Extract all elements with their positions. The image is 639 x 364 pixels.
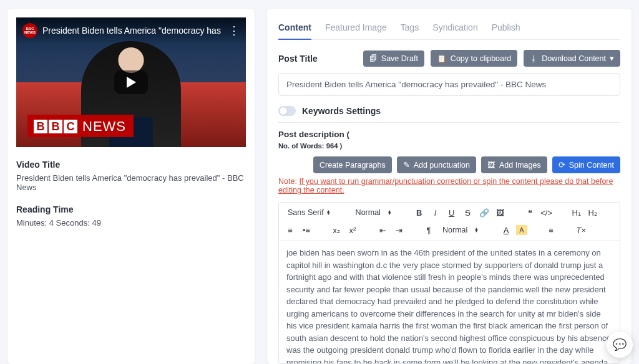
subscript-button[interactable]: x₂: [330, 224, 343, 236]
editor-toolbar: Sans Serif▲▼ Normal▲▼ B I U S 🔗 🖼 ❝ </> …: [279, 203, 620, 241]
bbc-news-logo: BBC NEWS: [27, 115, 134, 137]
video-kebab-icon[interactable]: ⋮: [228, 25, 240, 36]
video-overlay-title: President Biden tells America "democracy…: [42, 26, 223, 36]
keywords-toggle[interactable]: [278, 106, 296, 116]
video-player[interactable]: BBCNEWS President Biden tells America "d…: [16, 17, 246, 147]
post-title-input[interactable]: [278, 73, 620, 96]
add-images-button[interactable]: 🖼Add Images: [481, 156, 547, 173]
bold-button[interactable]: B: [413, 206, 426, 219]
size-select[interactable]: Normal▲▼: [352, 207, 396, 218]
copy-icon: 📋: [437, 54, 447, 63]
save-icon: 🗐: [369, 54, 378, 63]
download-content-button[interactable]: ⭳ Download Content ▾: [524, 50, 620, 67]
video-title-text: President Biden tells America "democracy…: [16, 173, 246, 192]
reading-time-text: Minutes: 4 Seconds: 49: [16, 218, 246, 228]
clear-format-button[interactable]: T×: [575, 224, 587, 236]
h1-button[interactable]: H₁: [570, 206, 583, 219]
lineheight-select[interactable]: Normal▲▼: [439, 224, 482, 236]
image-icon: 🖼: [487, 161, 495, 170]
tab-content[interactable]: Content: [278, 17, 311, 40]
tabs: Content Featured Image Tags Syndication …: [278, 17, 620, 40]
link-button[interactable]: 🔗: [478, 206, 490, 219]
video-title-label: Video Title: [16, 160, 246, 170]
editor-content[interactable]: joe biden has been sworn in as the 46th …: [279, 241, 620, 363]
post-description-label: Post description ( No. of Words: 964 ): [278, 129, 349, 151]
direction-button[interactable]: ¶: [422, 224, 435, 236]
right-panel: Content Featured Image Tags Syndication …: [267, 9, 632, 364]
chat-icon: 💬: [613, 338, 627, 352]
tab-tags[interactable]: Tags: [401, 17, 419, 39]
ordered-list-button[interactable]: ≡: [284, 224, 296, 236]
download-icon: ⭳: [530, 54, 538, 63]
font-select[interactable]: Sans Serif▲▼: [284, 207, 334, 218]
indent-button[interactable]: ⇥: [393, 224, 405, 236]
divider: [278, 122, 620, 123]
insert-image-button[interactable]: 🖼: [494, 206, 507, 219]
post-title-label: Post Title: [278, 54, 357, 64]
h2-button[interactable]: H₂: [587, 206, 599, 219]
refresh-icon: ⟳: [559, 160, 565, 170]
tab-featured-image[interactable]: Featured Image: [325, 17, 387, 39]
reading-time-label: Reading Time: [16, 204, 246, 214]
underline-button[interactable]: U: [446, 206, 458, 219]
rich-text-editor: Sans Serif▲▼ Normal▲▼ B I U S 🔗 🖼 ❝ </> …: [278, 202, 620, 364]
chat-widget-button[interactable]: 💬: [607, 332, 633, 358]
quote-button[interactable]: ❝: [524, 206, 537, 219]
video-top-bar: BBCNEWS President Biden tells America "d…: [16, 17, 246, 44]
channel-avatar-icon: BBCNEWS: [22, 23, 37, 38]
keywords-settings-label: Keywords Settings: [302, 106, 381, 116]
superscript-button[interactable]: x²: [346, 224, 359, 236]
editor-note: Note: If you want to run grammar/punctua…: [278, 177, 620, 194]
spin-content-button[interactable]: ⟳Spin Content: [552, 156, 620, 173]
strike-button[interactable]: S: [462, 206, 474, 219]
tab-publish[interactable]: Publish: [492, 17, 520, 39]
pencil-icon: ✎: [403, 160, 410, 170]
save-draft-button[interactable]: 🗐 Save Draft: [363, 50, 424, 67]
code-button[interactable]: </>: [540, 206, 553, 219]
text-color-button[interactable]: A: [500, 224, 512, 236]
left-panel: BBCNEWS President Biden tells America "d…: [7, 9, 255, 364]
highlight-button[interactable]: A: [516, 225, 527, 235]
tab-syndication[interactable]: Syndication: [432, 17, 477, 39]
copy-clipboard-button[interactable]: 📋 Copy to clipboard: [431, 50, 517, 67]
italic-button[interactable]: I: [429, 206, 442, 219]
create-paragraphs-button[interactable]: Create Paragraphs: [313, 156, 392, 173]
outdent-button[interactable]: ⇤: [376, 224, 389, 236]
add-punctuation-button[interactable]: ✎Add punctuation: [397, 156, 476, 173]
unordered-list-button[interactable]: •≡: [300, 224, 313, 236]
align-button[interactable]: ≡: [545, 224, 557, 236]
play-button-icon[interactable]: [114, 70, 148, 94]
chevron-down-icon: ▾: [610, 54, 614, 63]
